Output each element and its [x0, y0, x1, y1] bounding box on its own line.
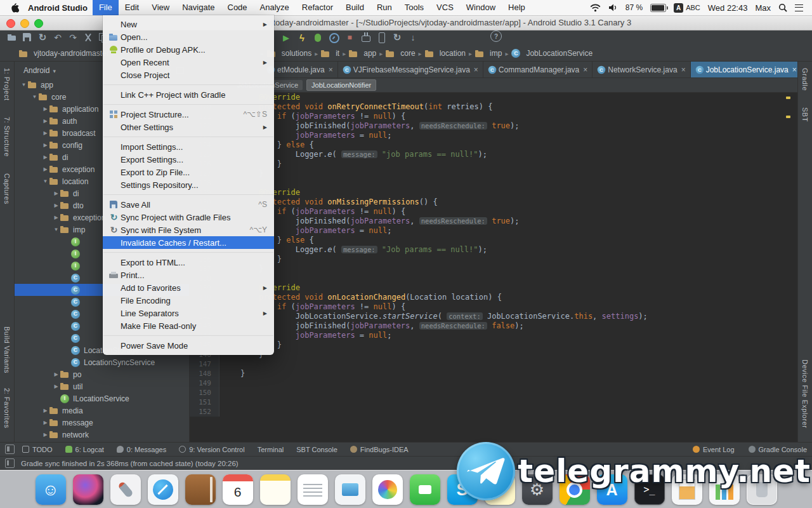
file-menu-item-line-separators[interactable]: Line Separators▶ [103, 307, 274, 319]
dock-icon-notes[interactable] [260, 474, 291, 505]
tool-button-build-variants[interactable]: Build Variants [3, 326, 11, 373]
tree-collapsed-arrow-icon[interactable]: ▶ [41, 420, 49, 425]
tree-collapsed-arrow-icon[interactable]: ▶ [41, 154, 49, 160]
tree-collapsed-arrow-icon[interactable]: ▶ [41, 118, 49, 124]
tool-button-sbt[interactable]: SBT [801, 107, 809, 122]
file-menu-item-power-save-mode[interactable]: Power Save Mode [103, 339, 274, 352]
tree-expanded-arrow-icon[interactable]: ▼ [20, 82, 28, 88]
dock-icon-finder[interactable] [36, 474, 66, 505]
editor-tab-commandmanager-java[interactable]: CommandManager.java× [483, 62, 593, 77]
menubar-app-name[interactable]: Android Studio [28, 3, 88, 13]
tool-button-device-file-explorer[interactable]: Device File Explorer [801, 359, 809, 428]
tool-window-button-9-version-control[interactable]: 9: Version Control [179, 446, 244, 453]
menubar-item-help[interactable]: Help [502, 0, 532, 15]
warning-stripe-mark[interactable] [786, 116, 790, 118]
file-menu-item-settings-repository[interactable]: Settings Repository... [103, 178, 274, 191]
tree-collapsed-arrow-icon[interactable]: ▶ [41, 130, 49, 136]
debug-icon[interactable] [311, 30, 325, 44]
battery-icon[interactable] [650, 4, 666, 12]
tree-item-media[interactable]: ▶media [15, 404, 189, 417]
menubar-item-analyze[interactable]: Analyze [254, 0, 296, 15]
dock-icon-calendar[interactable]: 6 [223, 474, 253, 505]
tree-collapsed-arrow-icon[interactable]: ▶ [41, 142, 49, 148]
tool-button-2-favorites[interactable]: 2: Favorites [3, 388, 11, 428]
dock-icon-textedit[interactable] [298, 474, 328, 505]
avd-manager-icon[interactable] [374, 30, 388, 44]
dock-icon-numbers[interactable] [709, 474, 740, 505]
tool-button-gradle[interactable]: Gradle [801, 68, 809, 91]
file-menu-item-open-recent[interactable]: Open Recent▶ [103, 56, 274, 69]
file-menu-item-import-settings[interactable]: Import Settings... [103, 140, 274, 153]
breadcrumb-item-it[interactable]: it [321, 49, 339, 58]
project-view-selector[interactable]: Android▾ [23, 66, 56, 75]
file-menu-item-print[interactable]: Print... [103, 269, 274, 281]
file-menu-item-sync-with-file-system[interactable]: Sync with File System^⌥Y [103, 224, 274, 236]
code-editor[interactable]: 119 @Override120 protected void onRetryC… [190, 93, 797, 442]
tree-item-util[interactable]: ▶util [15, 380, 189, 392]
spotlight-search-icon[interactable] [778, 3, 787, 12]
tree-collapsed-arrow-icon[interactable]: ▶ [52, 203, 60, 208]
breadcrumb-item-location[interactable]: location [425, 49, 466, 58]
tool-window-button-terminal[interactable]: Terminal [258, 446, 284, 453]
dock-icon-dictionary[interactable] [185, 474, 216, 505]
dock-icon-preview[interactable] [335, 474, 365, 505]
apple-menu-icon[interactable] [10, 3, 19, 13]
file-menu-item-other-settings[interactable]: Other Settings▶ [103, 121, 274, 133]
tool-window-button-0-messages[interactable]: 0: Messages [117, 446, 166, 453]
dock-icon-photos[interactable] [372, 474, 403, 505]
dock-icon-terminal[interactable] [634, 474, 665, 505]
breadcrumb-item-core[interactable]: core [386, 49, 415, 58]
tool-button-1-project[interactable]: 1: Project [3, 68, 11, 100]
file-menu-item-file-encoding[interactable]: File Encoding [103, 294, 274, 307]
menubar-item-navigate[interactable]: Navigate [176, 0, 221, 15]
tree-item-po[interactable]: ▶po [15, 368, 189, 380]
stop-icon[interactable]: ■ [343, 30, 357, 44]
menubar-item-build[interactable]: Build [339, 0, 370, 15]
tree-collapsed-arrow-icon[interactable]: ▶ [52, 190, 60, 196]
tree-collapsed-arrow-icon[interactable]: ▶ [41, 432, 49, 438]
help-icon[interactable]: ? [490, 30, 502, 42]
cut-icon[interactable] [81, 30, 95, 44]
file-menu-item-profile-or-debug-apk[interactable]: Profile or Debug APK... [103, 43, 274, 56]
tool-window-button-6-logcat[interactable]: 6: Logcat [65, 446, 104, 453]
dock-icon-safari[interactable] [148, 474, 178, 505]
tree-item-network[interactable]: ▶network [15, 429, 189, 441]
volume-icon[interactable] [608, 4, 618, 11]
dock-icon-system-preferences[interactable] [522, 474, 553, 505]
close-tab-icon[interactable]: × [681, 65, 686, 74]
menubar-item-edit[interactable]: Edit [119, 0, 145, 15]
file-menu-item-project-structure[interactable]: Project Structure...^⌥⇧S [103, 108, 274, 121]
close-tab-icon[interactable]: × [792, 65, 797, 74]
undo-icon[interactable]: ↶ [51, 30, 65, 44]
input-source-menu[interactable]: A ABC [674, 3, 700, 13]
menubar-item-file[interactable]: File [93, 0, 119, 15]
close-window-button[interactable] [6, 19, 15, 28]
close-tab-icon[interactable]: × [583, 65, 587, 74]
tree-collapsed-arrow-icon[interactable]: ▶ [41, 106, 49, 112]
dock-icon-pages[interactable] [672, 474, 702, 505]
close-tab-icon[interactable]: × [474, 65, 478, 74]
tool-window-button-findbugs-idea[interactable]: FindBugs-IDEA [350, 446, 409, 453]
close-tab-icon[interactable]: × [329, 65, 333, 74]
file-menu-item-invalidate-caches-restart[interactable]: Invalidate Caches / Restart... [103, 236, 274, 249]
open-icon[interactable] [5, 30, 19, 44]
file-menu-item-new[interactable]: New▶ [103, 18, 274, 30]
tree-collapsed-arrow-icon[interactable]: ▶ [52, 215, 60, 220]
sync-icon[interactable]: ↻ [36, 30, 49, 44]
file-menu-item-close-project[interactable]: Close Project [103, 69, 274, 81]
file-menu-item-export-to-zip-file[interactable]: Export to Zip File... [103, 166, 274, 178]
redo-icon[interactable]: ↷ [66, 30, 80, 44]
menubar-clock[interactable]: Wed 22:43 [708, 3, 748, 13]
tree-item-ilocationservice[interactable]: ILocationService [15, 392, 189, 404]
menubar-item-window[interactable]: Window [460, 0, 502, 15]
tree-item-message[interactable]: ▶message [15, 417, 189, 429]
tool-window-button-todo[interactable]: TODO [22, 446, 53, 453]
file-menu-item-link-c-project-with-gradle[interactable]: Link C++ Project with Gradle [103, 88, 274, 101]
editor-tab-vjfirebasemessagingservice-java[interactable]: VJFirebaseMessagingService.java× [338, 62, 483, 77]
zoom-window-button[interactable] [34, 19, 43, 28]
menubar-user[interactable]: Max [755, 3, 771, 13]
dock-icon-stickies[interactable] [485, 474, 515, 505]
warning-stripe-mark[interactable] [786, 97, 790, 99]
file-menu-item-make-file-read-only[interactable]: Make File Read-only [103, 319, 274, 332]
tree-collapsed-arrow-icon[interactable]: ▶ [41, 408, 49, 413]
